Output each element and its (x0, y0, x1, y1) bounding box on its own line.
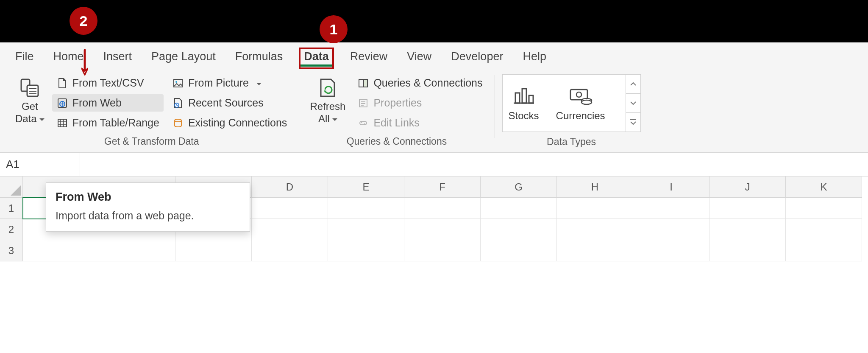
cell[interactable] (786, 240, 862, 261)
cell[interactable] (328, 219, 404, 240)
cell[interactable] (633, 198, 709, 219)
tab-file[interactable]: File (13, 48, 36, 68)
row-header[interactable]: 2 (0, 219, 23, 240)
cell[interactable] (557, 219, 633, 240)
ribbon-body: Get Data From Text/CSV From Web (0, 71, 868, 152)
cell[interactable] (252, 240, 328, 261)
cell[interactable] (709, 198, 786, 219)
tab-formulas[interactable]: Formulas (233, 48, 286, 68)
from-table-range-button[interactable]: From Table/Range (52, 114, 164, 132)
col-header[interactable]: D (252, 176, 328, 198)
callout-2: 2 (70, 8, 97, 34)
callout-1: 1 (320, 16, 347, 42)
cell[interactable] (328, 198, 404, 219)
chevron-down-bar-icon (630, 119, 637, 125)
currencies-label: Currencies (556, 110, 605, 122)
file-text-icon (56, 77, 68, 89)
tab-insert[interactable]: Insert (101, 48, 135, 68)
gallery-up-button[interactable] (626, 75, 640, 94)
from-text-csv-label: From Text/CSV (72, 77, 144, 89)
get-data-label: Get Data (15, 101, 45, 125)
cell[interactable] (252, 219, 328, 240)
tab-view[interactable]: View (404, 48, 434, 68)
cell[interactable] (404, 240, 481, 261)
col-header[interactable]: K (786, 176, 862, 198)
queries-connections-label: Queries & Connections (373, 77, 482, 89)
annotation-overlay-bar: 1 2 (0, 0, 868, 42)
picture-icon (172, 77, 184, 89)
cell[interactable] (633, 240, 709, 261)
refresh-icon (316, 76, 339, 100)
formula-bar-row: A1 (0, 152, 868, 176)
recent-sources-button[interactable]: Recent Sources (168, 94, 291, 112)
cell[interactable] (786, 198, 862, 219)
cell[interactable] (709, 240, 786, 261)
col-header[interactable]: E (328, 176, 404, 198)
name-box[interactable]: A1 (0, 153, 80, 176)
row-header[interactable]: 3 (0, 240, 23, 261)
row-header[interactable]: 1 (0, 198, 23, 219)
cell[interactable] (23, 240, 99, 261)
gallery-down-button[interactable] (626, 94, 640, 113)
svg-point-19 (581, 100, 592, 104)
cell[interactable] (557, 198, 633, 219)
globe-icon (56, 97, 68, 109)
recent-sources-label: Recent Sources (188, 97, 264, 109)
formula-bar[interactable] (80, 153, 868, 176)
svg-rect-8 (174, 79, 182, 87)
tab-developer[interactable]: Developer (448, 48, 506, 68)
existing-connections-button[interactable]: Existing Connections (168, 114, 291, 132)
connections-icon (172, 117, 184, 129)
pane-icon (357, 77, 369, 89)
cell[interactable] (709, 219, 786, 240)
ribbon-tabs: File Home Insert Page Layout Formulas Da… (0, 42, 868, 71)
edit-links-button: Edit Links (353, 114, 487, 132)
group-queries-connections: Refresh All Queries & Connections Proper… (299, 73, 494, 149)
tab-help[interactable]: Help (520, 48, 549, 68)
cell[interactable] (404, 198, 481, 219)
cell[interactable] (404, 219, 481, 240)
chevron-up-icon (630, 82, 636, 86)
select-all-corner[interactable] (0, 176, 23, 198)
col-header[interactable]: G (481, 176, 557, 198)
tab-review[interactable]: Review (348, 48, 390, 68)
from-picture-button[interactable]: From Picture (168, 74, 291, 92)
existing-connections-label: Existing Connections (188, 117, 287, 129)
gallery-more-button[interactable] (626, 113, 640, 132)
edit-links-label: Edit Links (373, 117, 419, 129)
cell[interactable] (481, 219, 557, 240)
chevron-down-icon (253, 77, 262, 89)
cell[interactable] (481, 198, 557, 219)
from-web-button[interactable]: From Web (52, 94, 164, 112)
svg-rect-7 (58, 119, 67, 127)
cell[interactable] (252, 198, 328, 219)
col-header[interactable]: I (633, 176, 709, 198)
stocks-label: Stocks (509, 110, 539, 122)
cell[interactable] (557, 240, 633, 261)
cell[interactable] (786, 219, 862, 240)
data-type-stocks[interactable]: Stocks (509, 84, 539, 122)
svg-rect-15 (514, 90, 534, 102)
tab-home[interactable]: Home (51, 48, 86, 68)
col-header[interactable]: H (557, 176, 633, 198)
from-text-csv-button[interactable]: From Text/CSV (52, 74, 164, 92)
group-data-types: Stocks Currencies (495, 73, 648, 149)
col-header[interactable]: F (404, 176, 481, 198)
recent-icon (172, 97, 184, 109)
cell[interactable] (328, 240, 404, 261)
tooltip-from-web: From Web Import data from a web page. (46, 182, 250, 232)
tab-data[interactable]: Data (300, 48, 333, 68)
get-data-button[interactable]: Get Data (12, 74, 48, 127)
link-icon (357, 117, 369, 129)
cell[interactable] (99, 240, 175, 261)
cell[interactable] (481, 240, 557, 261)
cell[interactable] (175, 240, 252, 261)
refresh-all-button[interactable]: Refresh All (306, 74, 349, 127)
queries-connections-button[interactable]: Queries & Connections (353, 74, 487, 92)
data-type-currencies[interactable]: Currencies (556, 84, 605, 122)
col-header[interactable]: J (709, 176, 786, 198)
tooltip-title: From Web (56, 191, 240, 204)
cell[interactable] (633, 219, 709, 240)
tab-page-layout[interactable]: Page Layout (149, 48, 218, 68)
from-picture-label: From Picture (188, 77, 249, 89)
